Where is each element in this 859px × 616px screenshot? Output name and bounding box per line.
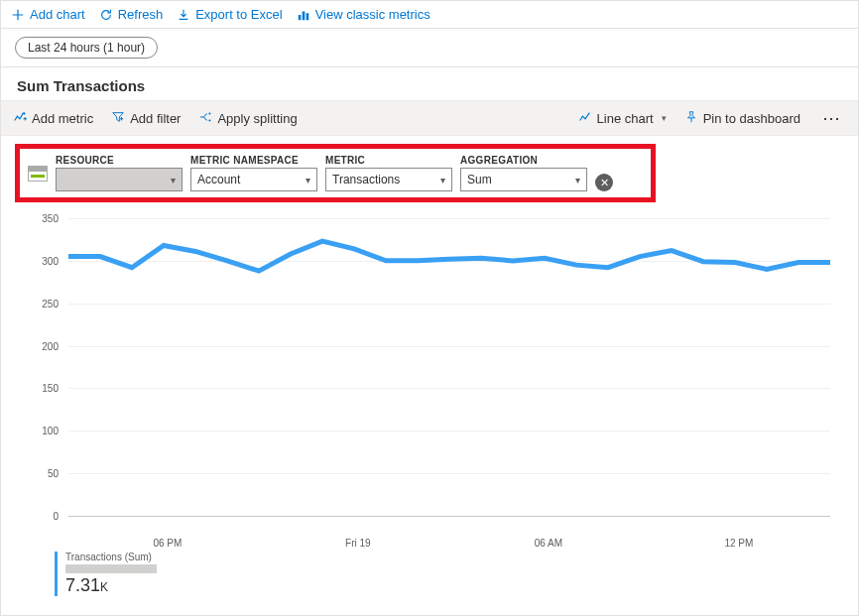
svg-point-5 [209,119,211,121]
refresh-icon [99,8,113,22]
x-tick-label: Fri 19 [345,538,371,549]
classic-label: View classic metrics [315,7,430,22]
legend-value-number: 7.31 [65,575,100,595]
chart-type-label: Line chart [597,111,654,126]
metric-picker: METRIC Transactions ▾ [325,155,452,191]
metric-icon [13,110,27,127]
line-chart-icon [578,110,592,127]
pin-icon [684,110,698,127]
time-row: Last 24 hours (1 hour) [1,29,858,66]
legend: Transactions (Sum) 7.31K [55,552,834,596]
resource-label: RESOURCE [56,155,183,166]
legend-bar [65,564,157,573]
plus-icon [11,8,25,22]
legend-value: 7.31K [65,575,834,596]
namespace-value: Account [197,173,240,186]
y-tick-label: 50 [48,468,59,479]
apply-splitting-button[interactable]: Apply splitting [198,110,297,127]
svg-rect-0 [298,15,301,20]
y-tick-label: 200 [42,340,59,351]
aggregation-label: AGGREGATION [460,155,587,166]
namespace-dropdown[interactable]: Account ▾ [190,168,317,191]
add-metric-button[interactable]: Add metric [13,110,93,127]
pin-label: Pin to dashboard [703,111,800,126]
aggregation-picker: AGGREGATION Sum ▾ [460,155,587,191]
svg-rect-2 [306,13,308,20]
metric-picker-row: RESOURCE ▾ METRIC NAMESPACE Account ▾ ME… [56,155,643,191]
add-chart-button[interactable]: Add chart [11,7,85,22]
page-title: Sum Transactions [1,67,858,100]
refresh-button[interactable]: Refresh [99,7,164,22]
remove-metric-button[interactable]: ✕ [595,174,613,191]
pin-button[interactable]: Pin to dashboard [684,110,800,127]
aggregation-value: Sum [467,173,492,186]
resource-type-icon [28,166,48,182]
chevron-down-icon: ▾ [171,175,176,185]
add-filter-label: Add filter [130,111,181,126]
y-axis-labels: 050100150200250300350 [25,218,64,516]
aggregation-dropdown[interactable]: Sum ▾ [460,168,587,191]
refresh-label: Refresh [118,7,164,22]
legend-value-unit: K [100,580,108,594]
y-tick-label: 150 [42,383,59,394]
export-button[interactable]: Export to Excel [177,7,282,22]
y-tick-label: 100 [42,426,59,436]
close-icon: ✕ [600,177,609,189]
split-icon [198,110,212,127]
add-metric-label: Add metric [32,111,93,126]
download-icon [177,8,190,22]
export-label: Export to Excel [195,7,282,22]
namespace-label: METRIC NAMESPACE [190,155,317,166]
chevron-down-icon: ▾ [575,175,580,185]
metric-label: METRIC [325,155,452,166]
filter-icon [111,110,125,127]
x-tick-label: 12 PM [724,538,753,549]
metric-selector-highlight: RESOURCE ▾ METRIC NAMESPACE Account ▾ ME… [15,144,656,202]
chart-type-button[interactable]: Line chart ▾ [578,110,667,127]
resource-dropdown[interactable]: ▾ [56,168,183,191]
y-tick-label: 300 [42,255,59,266]
metric-value: Transactions [332,173,400,186]
x-tick-label: 06 AM [535,538,562,549]
legend-series-name: Transactions (Sum) [65,552,834,562]
line-plot [68,218,830,516]
more-button[interactable]: ⋯ [818,107,846,129]
top-toolbar: Add chart Refresh Export to Excel View c… [1,1,858,29]
resource-picker: RESOURCE ▾ [56,155,183,191]
chevron-down-icon: ▾ [440,175,445,185]
y-tick-label: 0 [53,511,59,522]
svg-rect-1 [302,11,305,20]
add-filter-button[interactable]: Add filter [111,110,181,127]
y-tick-label: 350 [42,213,59,224]
classic-metrics-button[interactable]: View classic metrics [297,7,430,22]
apply-splitting-label: Apply splitting [217,111,297,126]
x-tick-label: 06 PM [153,538,182,549]
metric-dropdown[interactable]: Transactions ▾ [325,168,452,191]
svg-point-4 [209,112,211,114]
chevron-down-icon: ▾ [662,113,667,123]
time-range-label: Last 24 hours (1 hour) [28,41,145,55]
chevron-down-icon: ▾ [306,175,310,185]
bar-chart-icon [297,8,310,22]
namespace-picker: METRIC NAMESPACE Account ▾ [190,155,317,191]
add-chart-label: Add chart [30,7,85,22]
svg-point-3 [23,112,25,114]
chart-area: 050100150200250300350 06 PMFri 1906 AM12… [25,218,834,546]
time-range-pill[interactable]: Last 24 hours (1 hour) [15,37,158,59]
y-tick-label: 250 [42,298,59,308]
sub-toolbar: Add metric Add filter Apply splitting Li… [1,100,858,136]
